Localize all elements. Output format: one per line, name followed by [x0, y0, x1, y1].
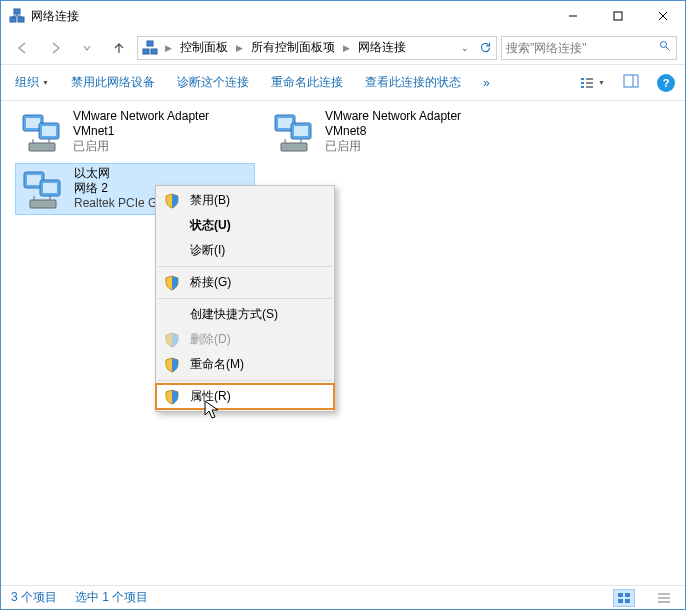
connection-name: 以太网	[74, 166, 157, 181]
help-button[interactable]: ?	[657, 74, 675, 92]
network-adapter-icon	[20, 166, 68, 212]
ctx-diagnose[interactable]: 诊断(I)	[156, 238, 334, 263]
list-icon	[579, 76, 595, 90]
ctx-shortcut[interactable]: 创建快捷方式(S)	[156, 302, 334, 327]
title-bar: 网络连接	[1, 1, 685, 31]
chevron-down-icon: ▼	[598, 79, 605, 86]
svg-rect-42	[625, 593, 630, 597]
disable-device-button[interactable]: 禁用此网络设备	[67, 70, 159, 95]
app-icon	[9, 8, 25, 24]
ctx-delete: 删除(D)	[156, 327, 334, 352]
network-adapter-icon	[19, 109, 67, 155]
svg-rect-31	[281, 143, 307, 151]
svg-rect-44	[625, 599, 630, 603]
status-bar: 3 个项目 选中 1 个项目	[1, 585, 685, 609]
svg-rect-18	[624, 75, 638, 87]
breadcrumb-seg-2[interactable]: 所有控制面板项	[246, 37, 340, 59]
close-button[interactable]	[640, 1, 685, 31]
svg-rect-23	[42, 126, 56, 136]
view-dropdown-button[interactable]: ▼	[579, 76, 605, 90]
rename-button[interactable]: 重命名此连接	[267, 70, 347, 95]
up-button[interactable]	[105, 36, 133, 60]
svg-rect-12	[581, 78, 584, 80]
search-icon[interactable]	[657, 40, 672, 55]
connection-network: 网络 2	[74, 181, 157, 196]
ctx-rename[interactable]: 重命名(M)	[156, 352, 334, 377]
svg-rect-14	[581, 86, 584, 88]
svg-rect-43	[618, 599, 623, 603]
svg-rect-9	[147, 41, 153, 46]
connection-status: 已启用	[325, 139, 503, 154]
recent-dropdown[interactable]	[73, 36, 101, 60]
svg-rect-30	[294, 126, 308, 136]
window-title: 网络连接	[31, 8, 550, 25]
shield-icon	[164, 389, 180, 405]
search-input[interactable]	[506, 41, 657, 55]
svg-rect-8	[151, 49, 157, 54]
command-bar: 组织▼ 禁用此网络设备 诊断这个连接 重命名此连接 查看此连接的状态 » ▼ ?	[1, 65, 685, 101]
search-box[interactable]	[501, 36, 677, 60]
maximize-button[interactable]	[595, 1, 640, 31]
ctx-bridge[interactable]: 桥接(G)	[156, 270, 334, 295]
organize-menu[interactable]: 组织▼	[11, 70, 53, 95]
breadcrumb-seg-1[interactable]: 控制面板	[175, 37, 233, 59]
menu-separator	[158, 266, 332, 267]
nav-row: ▶ 控制面板 ▶ 所有控制面板项 ▶ 网络连接 ⌄	[1, 31, 685, 65]
svg-rect-2	[14, 9, 20, 14]
network-adapter-icon	[271, 109, 319, 155]
svg-rect-21	[26, 118, 40, 128]
breadcrumb-sep-icon[interactable]: ▶	[162, 43, 175, 53]
svg-rect-38	[30, 200, 56, 208]
connection-name: VMware Network Adapter VMnet1	[73, 109, 251, 139]
shield-icon	[164, 275, 180, 291]
more-actions-button[interactable]: »	[479, 72, 494, 94]
tiles-view-button[interactable]	[613, 589, 635, 607]
connection-device: Realtek PCIe G	[74, 196, 157, 211]
chevron-down-icon: ▼	[42, 79, 49, 86]
details-view-button[interactable]	[653, 589, 675, 607]
svg-rect-41	[618, 593, 623, 597]
item-count: 3 个项目	[11, 589, 57, 606]
breadcrumb-sep-icon[interactable]: ▶	[340, 43, 353, 53]
preview-pane-button[interactable]	[623, 74, 639, 91]
preview-pane-icon	[623, 74, 639, 88]
ctx-label: 禁用(B)	[190, 192, 230, 209]
svg-rect-4	[614, 12, 622, 20]
svg-rect-24	[29, 143, 55, 151]
forward-button[interactable]	[41, 36, 69, 60]
menu-separator	[158, 380, 332, 381]
ctx-properties[interactable]: 属性(R)	[156, 384, 334, 409]
address-dropdown[interactable]: ⌄	[456, 43, 474, 53]
svg-point-10	[660, 42, 666, 48]
connection-name: VMware Network Adapter VMnet8	[325, 109, 503, 139]
ctx-label: 删除(D)	[190, 331, 231, 348]
location-icon	[142, 40, 158, 56]
connection-item[interactable]: VMware Network Adapter VMnet8 已启用	[267, 107, 507, 159]
content-area: VMware Network Adapter VMnet1 已启用 VMware…	[1, 101, 685, 585]
breadcrumb-seg-3[interactable]: 网络连接	[353, 37, 411, 59]
ctx-status[interactable]: 状态(U)	[156, 213, 334, 238]
breadcrumb-sep-icon[interactable]: ▶	[233, 43, 246, 53]
svg-rect-7	[143, 49, 149, 54]
connection-status: 已启用	[73, 139, 251, 154]
organize-label: 组织	[15, 74, 39, 91]
ctx-label: 创建快捷方式(S)	[190, 306, 278, 323]
ctx-label: 桥接(G)	[190, 274, 231, 291]
minimize-button[interactable]	[550, 1, 595, 31]
refresh-button[interactable]	[474, 41, 496, 54]
cursor-icon	[204, 400, 220, 423]
menu-separator	[158, 298, 332, 299]
ctx-disable[interactable]: 禁用(B)	[156, 188, 334, 213]
view-status-button[interactable]: 查看此连接的状态	[361, 70, 465, 95]
svg-rect-13	[581, 82, 584, 84]
svg-rect-35	[27, 175, 41, 185]
context-menu: 禁用(B) 状态(U) 诊断(I) 桥接(G) 创建快捷方式(S) 删除(D) …	[155, 185, 335, 412]
svg-rect-37	[43, 183, 57, 193]
shield-icon	[164, 357, 180, 373]
diagnose-button[interactable]: 诊断这个连接	[173, 70, 253, 95]
address-bar[interactable]: ▶ 控制面板 ▶ 所有控制面板项 ▶ 网络连接 ⌄	[137, 36, 497, 60]
ctx-label: 诊断(I)	[190, 242, 225, 259]
ctx-label: 重命名(M)	[190, 356, 244, 373]
connection-item[interactable]: VMware Network Adapter VMnet1 已启用	[15, 107, 255, 159]
back-button[interactable]	[9, 36, 37, 60]
